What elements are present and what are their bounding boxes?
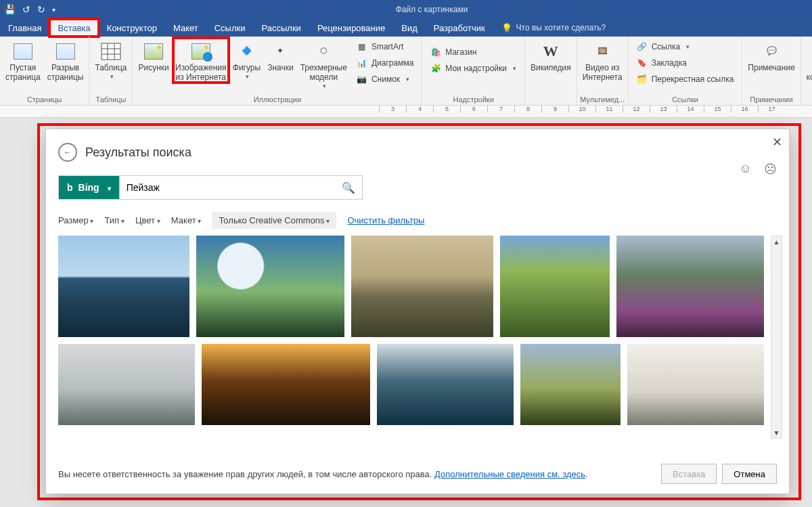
search-provider[interactable]: b Bing bbox=[58, 175, 119, 200]
crossref-button[interactable]: 🗂️Перекрестная ссылка bbox=[634, 72, 737, 87]
group-links-label: Ссылки bbox=[631, 94, 740, 105]
3dmodels-button[interactable]: ⬡ Трехмерные модели bbox=[298, 38, 350, 89]
group-media: 🎞️ Видео из Интернета Мультимед... bbox=[577, 37, 629, 105]
tell-me-label: Что вы хотите сделать? bbox=[516, 23, 606, 32]
clear-filters[interactable]: Очистить фильтры bbox=[347, 215, 424, 225]
tab-insert[interactable]: Вставка bbox=[49, 19, 98, 37]
group-wikipedia: W Википедия bbox=[525, 37, 577, 105]
result-thumb[interactable] bbox=[500, 236, 610, 337]
bookmark-icon: 🔖 bbox=[637, 58, 648, 68]
header-button[interactable]: Верхний колонтитул bbox=[804, 38, 812, 89]
screenshot-icon: 📷 bbox=[357, 74, 367, 85]
filter-color[interactable]: Цвет bbox=[135, 215, 160, 225]
result-thumb[interactable] bbox=[58, 236, 189, 337]
group-illustrations: Рисунки 🌐 Изображения из Интернета 🔷 Фиг… bbox=[133, 37, 422, 105]
video-icon: 🎞️ bbox=[591, 41, 613, 62]
feedback-sad-icon[interactable]: ☹ bbox=[764, 162, 777, 177]
svg-rect-0 bbox=[102, 43, 120, 60]
repeat-icon[interactable]: ↻ bbox=[37, 4, 45, 15]
store-icon: 🛍️ bbox=[430, 47, 441, 58]
insert-button[interactable]: Вставка bbox=[661, 464, 717, 484]
results-scrollbar[interactable]: ▲ ▼ bbox=[771, 236, 782, 439]
addins-icon: 🧩 bbox=[430, 63, 441, 74]
results-grid bbox=[58, 236, 764, 439]
tell-me[interactable]: 💡 Что вы хотите сделать? bbox=[493, 19, 614, 37]
disclaimer: Вы несете ответственность за уважение пр… bbox=[58, 469, 588, 479]
tab-developer[interactable]: Разработчик bbox=[426, 19, 493, 37]
result-thumb[interactable] bbox=[377, 344, 514, 425]
link-icon: 🔗 bbox=[637, 41, 648, 52]
search-input[interactable] bbox=[127, 182, 330, 193]
screenshot-button[interactable]: 📷Снимок bbox=[354, 72, 416, 87]
tab-review[interactable]: Рецензирование bbox=[309, 19, 393, 37]
online-video-button[interactable]: 🎞️ Видео из Интернета bbox=[580, 38, 625, 83]
bookmark-button[interactable]: 🔖Закладка bbox=[634, 56, 737, 70]
hyperlink-button[interactable]: 🔗Ссылка bbox=[634, 39, 737, 54]
crossref-icon: 🗂️ bbox=[637, 74, 648, 85]
filter-layout[interactable]: Макет bbox=[171, 215, 202, 225]
table-button[interactable]: Таблица bbox=[92, 38, 129, 80]
smartart-icon: ▦ bbox=[357, 41, 367, 52]
wikipedia-button[interactable]: W Википедия bbox=[528, 38, 574, 73]
group-links: 🔗Ссылка 🔖Закладка 🗂️Перекрестная ссылка … bbox=[629, 37, 743, 105]
group-comments: 💬 Примечание Примечания bbox=[742, 37, 800, 105]
scroll-up-icon[interactable]: ▲ bbox=[771, 236, 782, 247]
group-pages: Пустая страница Разрыв страницы Страницы bbox=[0, 37, 89, 105]
group-headerfooter: Верхний колонтитул Ниж... колонт... Коло… bbox=[801, 37, 812, 105]
tab-view[interactable]: Вид bbox=[393, 19, 426, 37]
page-break-button[interactable]: Разрыв страницы bbox=[45, 38, 87, 83]
result-thumb[interactable] bbox=[58, 344, 195, 425]
tab-design[interactable]: Конструктор bbox=[99, 19, 165, 37]
comment-button[interactable]: 💬 Примечание bbox=[745, 38, 797, 73]
shapes-button[interactable]: 🔷 Фигуры bbox=[230, 38, 263, 80]
result-thumb[interactable] bbox=[196, 236, 344, 337]
result-thumb[interactable] bbox=[351, 236, 493, 337]
disclaimer-link[interactable]: Дополнительные сведения см. здесь bbox=[434, 469, 585, 479]
smartart-button[interactable]: ▦SmartArt bbox=[354, 39, 416, 54]
blank-page-button[interactable]: Пустая страница bbox=[3, 38, 43, 83]
group-addins: 🛍️Магазин 🧩Мои надстройки Надстройки bbox=[422, 37, 525, 105]
provider-label: Bing bbox=[78, 182, 99, 193]
filter-type[interactable]: Тип bbox=[104, 215, 124, 225]
page-break-icon bbox=[56, 43, 75, 60]
ribbon: Пустая страница Разрыв страницы Страницы… bbox=[0, 37, 812, 106]
chart-button[interactable]: 📊Диаграмма bbox=[354, 56, 416, 70]
group-media-label: Мультимед... bbox=[580, 94, 625, 105]
lightbulb-icon: 💡 bbox=[501, 23, 512, 33]
group-addins-label: Надстройки bbox=[425, 94, 522, 105]
back-button[interactable]: ← bbox=[58, 143, 77, 162]
tab-references[interactable]: Ссылки bbox=[206, 19, 254, 37]
save-icon[interactable]: 💾 bbox=[4, 4, 16, 15]
result-thumb[interactable] bbox=[202, 344, 369, 425]
pictures-button[interactable]: Рисунки bbox=[135, 38, 171, 73]
filter-size[interactable]: Размер bbox=[58, 215, 93, 225]
my-addins-button[interactable]: 🧩Мои надстройки bbox=[428, 61, 519, 76]
tab-home[interactable]: Главная bbox=[0, 19, 49, 37]
cube-icon: ⬡ bbox=[313, 41, 334, 62]
online-pictures-button[interactable]: 🌐 Изображения из Интернета bbox=[173, 38, 229, 83]
dialog-close-button[interactable]: ✕ bbox=[772, 135, 782, 150]
icons-button[interactable]: ✦ Значки bbox=[265, 38, 296, 73]
shapes-icon: 🔷 bbox=[235, 41, 257, 62]
search-field[interactable]: 🔍 bbox=[119, 175, 363, 200]
feedback-happy-icon[interactable]: ☺ bbox=[740, 162, 752, 177]
pictures-icon bbox=[144, 43, 163, 60]
undo-icon[interactable]: ↺ bbox=[22, 4, 30, 15]
comment-icon: 💬 bbox=[761, 41, 782, 62]
result-thumb[interactable] bbox=[520, 344, 620, 425]
group-headerfooter-label: Колонт... bbox=[804, 94, 812, 105]
group-tables-label: Таблицы bbox=[92, 94, 129, 105]
chart-icon: 📊 bbox=[357, 58, 367, 68]
group-comments-label: Примечания bbox=[745, 94, 797, 105]
search-icon[interactable]: 🔍 bbox=[342, 181, 355, 194]
cancel-button[interactable]: Отмена bbox=[722, 464, 777, 484]
filter-cc[interactable]: Только Creative Commons bbox=[212, 212, 336, 229]
tab-mailings[interactable]: Рассылки bbox=[254, 19, 309, 37]
result-thumb[interactable] bbox=[616, 236, 764, 337]
ruler: 34567891011121314151617 bbox=[0, 106, 812, 118]
result-thumb[interactable] bbox=[627, 344, 764, 425]
online-pictures-icon: 🌐 bbox=[191, 43, 210, 60]
scroll-down-icon[interactable]: ▼ bbox=[771, 427, 782, 438]
store-button[interactable]: 🛍️Магазин bbox=[428, 45, 519, 60]
tab-layout[interactable]: Макет bbox=[165, 19, 206, 37]
